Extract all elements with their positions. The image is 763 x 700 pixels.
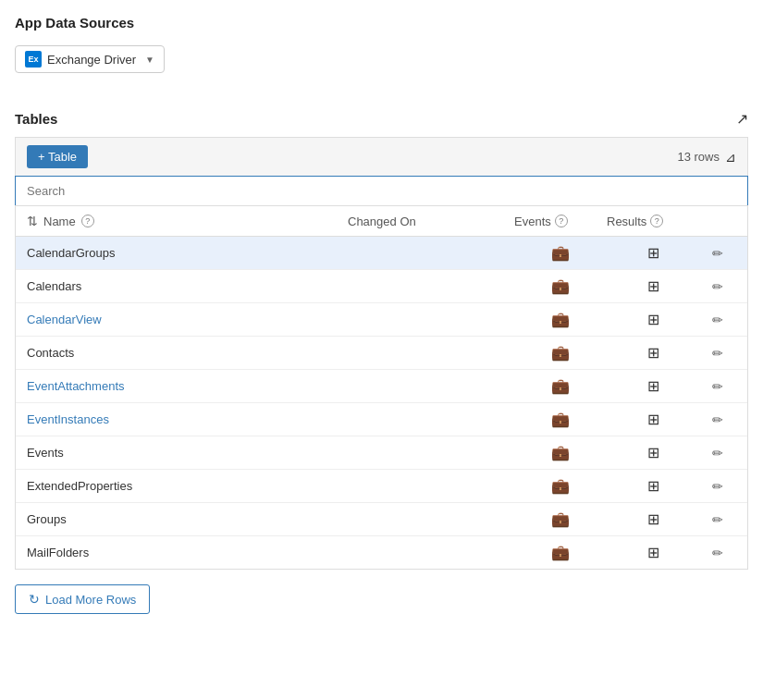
- edit-cell[interactable]: ✏: [699, 246, 736, 261]
- table-row[interactable]: Contacts 💼 ⊞ ✏: [16, 337, 747, 370]
- grid-icon: ⊞: [647, 477, 659, 495]
- edit-icon[interactable]: ✏: [712, 346, 723, 361]
- table-row[interactable]: Groups 💼 ⊞ ✏: [16, 503, 747, 536]
- table-row[interactable]: EventAttachments 💼 ⊞ ✏: [16, 370, 747, 403]
- tables-title: Tables: [15, 111, 57, 127]
- expand-icon[interactable]: ↗: [736, 110, 748, 128]
- edit-cell[interactable]: ✏: [699, 279, 736, 294]
- row-name: CalendarGroups: [27, 246, 348, 260]
- briefcase-icon: 💼: [551, 477, 570, 495]
- results-cell[interactable]: ⊞: [607, 510, 699, 528]
- briefcase-icon: 💼: [551, 344, 570, 362]
- grid-icon: ⊞: [647, 411, 659, 428]
- results-cell[interactable]: ⊞: [607, 244, 699, 262]
- table-row[interactable]: MailFolders 💼 ⊞ ✏: [16, 536, 747, 569]
- edit-cell[interactable]: ✏: [699, 546, 736, 560]
- tables-table: ⇅ Name ? Changed On Events ? Results ? C…: [15, 205, 748, 570]
- grid-icon: ⊞: [647, 344, 659, 362]
- edit-icon[interactable]: ✏: [712, 512, 723, 527]
- table-row[interactable]: EventInstances 💼 ⊞ ✏: [16, 403, 747, 436]
- col-header-changed-on: Changed On: [348, 215, 514, 228]
- table-header-row: ⇅ Name ? Changed On Events ? Results ?: [16, 206, 747, 237]
- events-cell[interactable]: 💼: [514, 344, 607, 362]
- load-more-section: ↻ Load More Rows: [15, 570, 748, 629]
- grid-icon: ⊞: [647, 244, 659, 262]
- refresh-icon: ↻: [29, 592, 40, 607]
- events-cell[interactable]: 💼: [514, 411, 607, 428]
- exchange-icon: Ex: [25, 51, 42, 68]
- edit-cell[interactable]: ✏: [699, 379, 736, 394]
- events-cell[interactable]: 💼: [514, 311, 607, 328]
- results-cell[interactable]: ⊞: [607, 277, 699, 295]
- row-name: Groups: [27, 512, 348, 526]
- results-cell[interactable]: ⊞: [607, 377, 699, 395]
- col-header-name: ⇅ Name ?: [27, 214, 348, 228]
- results-cell[interactable]: ⊞: [607, 444, 699, 461]
- rows-count: 13 rows ⊿: [677, 150, 736, 165]
- driver-selector[interactable]: Ex Exchange Driver ▼: [15, 45, 165, 73]
- sort-icon[interactable]: ⇅: [27, 214, 38, 228]
- grid-icon: ⊞: [647, 444, 659, 461]
- grid-icon: ⊞: [647, 311, 659, 328]
- load-more-label: Load More Rows: [45, 593, 136, 607]
- filter-icon[interactable]: ⊿: [725, 150, 736, 165]
- table-row[interactable]: CalendarView 💼 ⊞ ✏: [16, 303, 747, 337]
- edit-icon[interactable]: ✏: [712, 479, 723, 494]
- row-name: Calendars: [27, 279, 348, 293]
- load-more-button[interactable]: ↻ Load More Rows: [15, 584, 150, 614]
- events-cell[interactable]: 💼: [514, 477, 607, 495]
- table-row[interactable]: CalendarGroups 💼 ⊞ ✏: [16, 237, 747, 270]
- edit-cell[interactable]: ✏: [699, 479, 736, 494]
- results-cell[interactable]: ⊞: [607, 477, 699, 495]
- edit-icon[interactable]: ✏: [712, 412, 723, 427]
- edit-icon[interactable]: ✏: [712, 279, 723, 294]
- events-cell[interactable]: 💼: [514, 444, 607, 461]
- briefcase-icon: 💼: [551, 444, 570, 461]
- results-cell[interactable]: ⊞: [607, 544, 699, 561]
- table-row[interactable]: ExtendedProperties 💼 ⊞ ✏: [16, 470, 747, 503]
- table-row[interactable]: Calendars 💼 ⊞ ✏: [16, 270, 747, 303]
- row-name: Contacts: [27, 346, 348, 360]
- briefcase-icon: 💼: [551, 311, 570, 328]
- edit-cell[interactable]: ✏: [699, 346, 736, 361]
- grid-icon: ⊞: [647, 377, 659, 395]
- row-name: ExtendedProperties: [27, 479, 348, 493]
- grid-icon: ⊞: [647, 510, 659, 528]
- events-cell[interactable]: 💼: [514, 544, 607, 561]
- results-cell[interactable]: ⊞: [607, 311, 699, 328]
- grid-icon: ⊞: [647, 277, 659, 295]
- help-icon-name[interactable]: ?: [81, 215, 94, 227]
- events-cell[interactable]: 💼: [514, 244, 607, 262]
- results-cell[interactable]: ⊞: [607, 411, 699, 428]
- grid-icon: ⊞: [647, 544, 659, 561]
- col-header-results: Results ?: [607, 215, 699, 228]
- edit-cell[interactable]: ✏: [699, 446, 736, 461]
- events-cell[interactable]: 💼: [514, 510, 607, 528]
- edit-icon[interactable]: ✏: [712, 546, 723, 560]
- briefcase-icon: 💼: [551, 377, 570, 395]
- row-name[interactable]: EventAttachments: [27, 379, 348, 393]
- col-header-events: Events ?: [514, 215, 607, 228]
- add-table-button[interactable]: + Table: [27, 145, 88, 168]
- row-name[interactable]: EventInstances: [27, 412, 348, 426]
- search-container: [15, 176, 748, 205]
- search-input[interactable]: [16, 177, 747, 205]
- edit-cell[interactable]: ✏: [699, 313, 736, 327]
- row-name[interactable]: CalendarView: [27, 313, 348, 326]
- edit-icon[interactable]: ✏: [712, 446, 723, 461]
- edit-icon[interactable]: ✏: [712, 246, 723, 261]
- help-icon-results[interactable]: ?: [650, 215, 663, 227]
- results-cell[interactable]: ⊞: [607, 344, 699, 362]
- edit-cell[interactable]: ✏: [699, 412, 736, 427]
- edit-icon[interactable]: ✏: [712, 379, 723, 394]
- help-icon-events[interactable]: ?: [555, 215, 568, 227]
- edit-icon[interactable]: ✏: [712, 313, 723, 327]
- row-name: Events: [27, 446, 348, 460]
- table-row[interactable]: Events 💼 ⊞ ✏: [16, 436, 747, 470]
- row-name: MailFolders: [27, 546, 348, 559]
- edit-cell[interactable]: ✏: [699, 512, 736, 527]
- events-cell[interactable]: 💼: [514, 277, 607, 295]
- events-cell[interactable]: 💼: [514, 377, 607, 395]
- tables-header: Tables ↗: [15, 110, 748, 128]
- tables-toolbar: + Table 13 rows ⊿: [15, 137, 748, 176]
